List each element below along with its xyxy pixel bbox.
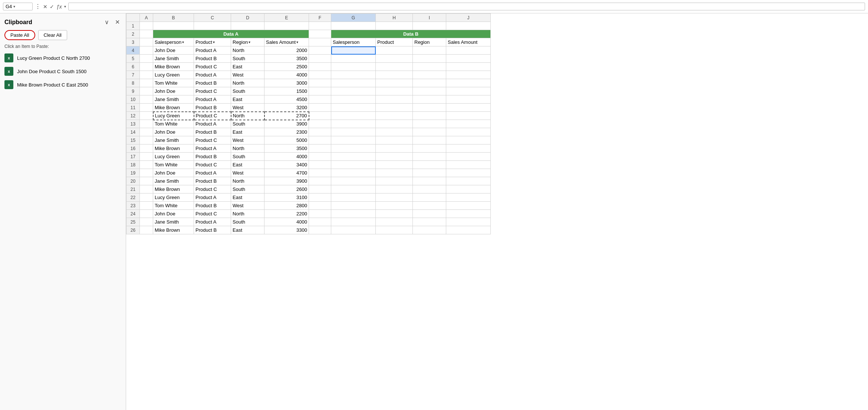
- cell-a[interactable]: [140, 104, 153, 112]
- cell-f[interactable]: [309, 63, 331, 71]
- cell-region[interactable]: East: [231, 226, 264, 234]
- cell-sales-amount[interactable]: 2600: [264, 185, 309, 193]
- cell-product[interactable]: Product A: [194, 46, 231, 55]
- cell-i[interactable]: [413, 63, 446, 71]
- cell-salesperson[interactable]: Lucy Green: [153, 153, 194, 161]
- cell-f[interactable]: [309, 71, 331, 79]
- filter-arrow-icon[interactable]: ▾: [213, 40, 215, 44]
- clipboard-item[interactable]: xMike Brown Product C East 2500: [4, 79, 121, 90]
- cell-a[interactable]: [140, 87, 153, 95]
- cell-salesperson[interactable]: John Doe: [153, 128, 194, 136]
- cell-h[interactable]: [376, 218, 413, 226]
- cell-salesperson[interactable]: Jane Smith: [153, 218, 194, 226]
- cell-h[interactable]: [376, 46, 413, 55]
- cell-product[interactable]: Product C: [194, 112, 231, 120]
- cell-h[interactable]: [376, 177, 413, 185]
- cell-sales-amount[interactable]: 4700: [264, 169, 309, 177]
- cell-a[interactable]: [140, 46, 153, 55]
- cell[interactable]: [446, 22, 491, 30]
- cell-a[interactable]: [140, 210, 153, 218]
- cell-salesperson[interactable]: Jane Smith: [153, 177, 194, 185]
- cell-i[interactable]: [413, 161, 446, 169]
- cell-region[interactable]: West: [231, 136, 264, 144]
- cell-product[interactable]: Product B: [194, 177, 231, 185]
- cell-j[interactable]: [446, 112, 491, 120]
- clipboard-item[interactable]: xJohn Doe Product C South 1500: [4, 66, 121, 77]
- cell-region[interactable]: North: [231, 144, 264, 153]
- cell-f[interactable]: [309, 87, 331, 95]
- cell-g[interactable]: [331, 169, 376, 177]
- cell[interactable]: [140, 30, 153, 38]
- cell-g[interactable]: [331, 226, 376, 234]
- cell[interactable]: [331, 22, 376, 30]
- cell-a[interactable]: [140, 218, 153, 226]
- cell-product[interactable]: Product B: [194, 104, 231, 112]
- cell-region[interactable]: North: [231, 79, 264, 87]
- cell-product[interactable]: Product A: [194, 120, 231, 128]
- cell-h[interactable]: [376, 210, 413, 218]
- cell-h[interactable]: [376, 71, 413, 79]
- cell[interactable]: [194, 22, 231, 30]
- col-header-c[interactable]: C: [194, 14, 231, 22]
- cell-j[interactable]: [446, 193, 491, 202]
- cell-g[interactable]: [331, 185, 376, 193]
- col-header-j[interactable]: J: [446, 14, 491, 22]
- cell-salesperson[interactable]: Tom White: [153, 202, 194, 210]
- cell-sales-amount[interactable]: 2800: [264, 202, 309, 210]
- cell[interactable]: [153, 22, 194, 30]
- spreadsheet-area[interactable]: A B C D E F G H I J 12Data AData B3Sales…: [126, 13, 868, 410]
- cell-g[interactable]: [331, 112, 376, 120]
- cell-ref-chevron[interactable]: ▾: [13, 4, 15, 9]
- cell-g[interactable]: [331, 218, 376, 226]
- cell-h[interactable]: [376, 79, 413, 87]
- cell-a[interactable]: [140, 136, 153, 144]
- cell-j[interactable]: [446, 128, 491, 136]
- cell-salesperson[interactable]: Mike Brown: [153, 185, 194, 193]
- cell-f[interactable]: [309, 95, 331, 104]
- cell-region[interactable]: East: [231, 95, 264, 104]
- cell-sales-amount[interactable]: 3900: [264, 120, 309, 128]
- confirm-icon[interactable]: ✓: [50, 4, 54, 10]
- cell-f[interactable]: [309, 120, 331, 128]
- cell-a[interactable]: [140, 112, 153, 120]
- cell-i[interactable]: [413, 185, 446, 193]
- cell-region[interactable]: North: [231, 177, 264, 185]
- cell-a[interactable]: [140, 161, 153, 169]
- cell-j[interactable]: [446, 71, 491, 79]
- cell-sales-amount[interactable]: 1500: [264, 87, 309, 95]
- cell-region[interactable]: South: [231, 153, 264, 161]
- cell-salesperson[interactable]: John Doe: [153, 210, 194, 218]
- cell-product[interactable]: Product B: [194, 128, 231, 136]
- cell-j[interactable]: [446, 144, 491, 153]
- cell-j[interactable]: [446, 185, 491, 193]
- cell[interactable]: [140, 22, 153, 30]
- cell-h[interactable]: [376, 95, 413, 104]
- col-header-i[interactable]: I: [413, 14, 446, 22]
- cell-j[interactable]: [446, 55, 491, 63]
- close-button[interactable]: ✕: [114, 18, 121, 26]
- cell-f[interactable]: [309, 79, 331, 87]
- cell-salesperson[interactable]: Lucy Green: [153, 193, 194, 202]
- cell-j[interactable]: [446, 177, 491, 185]
- cell-j[interactable]: [446, 87, 491, 95]
- cell-region[interactable]: East: [231, 193, 264, 202]
- cell-j[interactable]: [446, 210, 491, 218]
- filter-header-region[interactable]: Region ▾: [231, 38, 264, 46]
- cell-i[interactable]: [413, 55, 446, 63]
- cell-product[interactable]: Product B: [194, 226, 231, 234]
- col-header-b[interactable]: B: [153, 14, 194, 22]
- filter-arrow-icon[interactable]: ▾: [249, 40, 250, 44]
- col-header-e[interactable]: E: [264, 14, 309, 22]
- cell-f[interactable]: [309, 169, 331, 177]
- cell-product[interactable]: Product A: [194, 169, 231, 177]
- cell-g[interactable]: [331, 95, 376, 104]
- cell-sales-amount[interactable]: 3500: [264, 144, 309, 153]
- cell-g[interactable]: [331, 161, 376, 169]
- cell-salesperson[interactable]: Lucy Green: [153, 71, 194, 79]
- cell-salesperson[interactable]: Mike Brown: [153, 144, 194, 153]
- filter-header-sales-amount[interactable]: Sales Amount ▾: [264, 38, 309, 46]
- cell-g[interactable]: [331, 46, 376, 55]
- cell-i[interactable]: [413, 169, 446, 177]
- cell-f[interactable]: [309, 210, 331, 218]
- cell-f[interactable]: [309, 218, 331, 226]
